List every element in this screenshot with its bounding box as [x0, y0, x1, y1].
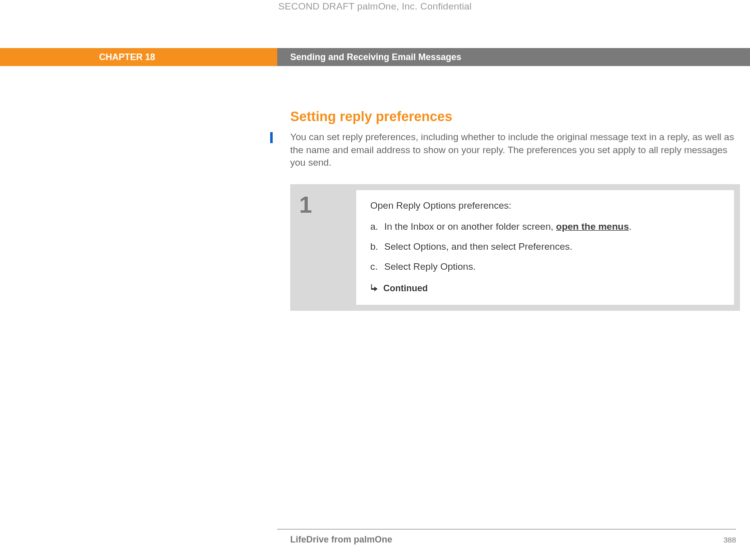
chapter-banner: CHAPTER 18 Sending and Receiving Email M…: [0, 48, 750, 66]
arrow-down-right-icon: [370, 284, 379, 293]
continued-label: Continued: [383, 283, 428, 294]
sub-step-list: a. In the Inbox or on another folder scr…: [370, 221, 720, 272]
list-item: b. Select Options, and then select Prefe…: [370, 241, 720, 252]
list-marker: b.: [370, 241, 384, 252]
section-intro: You can set reply preferences, including…: [290, 131, 740, 169]
list-text-suffix: .: [629, 221, 631, 232]
step-number: 1: [299, 193, 356, 216]
chapter-number: CHAPTER 18: [99, 52, 155, 63]
page-footer: LifeDrive from palmOne 388: [277, 529, 736, 545]
list-text: In the Inbox or on another folder screen…: [384, 221, 631, 232]
list-text: Select Options, and then select Preferen…: [384, 241, 572, 252]
chapter-title: Sending and Receiving Email Messages: [290, 52, 461, 63]
list-marker: c.: [370, 261, 384, 272]
continued-row: Continued: [370, 283, 720, 294]
step-number-column: 1: [296, 190, 356, 305]
page: SECOND DRAFT palmOne, Inc. Confidential …: [0, 0, 750, 560]
footer-page-number: 388: [723, 535, 736, 544]
list-item: a. In the Inbox or on another folder scr…: [370, 221, 720, 232]
list-text: Select Reply Options.: [384, 261, 476, 272]
open-menus-link[interactable]: open the menus: [556, 221, 629, 232]
chapter-banner-left: CHAPTER 18: [0, 48, 277, 66]
step-lead: Open Reply Options preferences:: [370, 200, 720, 211]
list-text-prefix: In the Inbox or on another folder screen…: [384, 221, 556, 232]
section-title: Setting reply preferences: [290, 109, 740, 125]
change-bar-icon: [270, 132, 273, 143]
step-body: Open Reply Options preferences: a. In th…: [356, 190, 734, 305]
draft-header: SECOND DRAFT palmOne, Inc. Confidential: [0, 0, 750, 12]
content-area: Setting reply preferences You can set re…: [290, 109, 740, 311]
footer-product: LifeDrive from palmOne: [277, 534, 392, 545]
list-item: c. Select Reply Options.: [370, 261, 720, 272]
list-marker: a.: [370, 221, 384, 232]
chapter-banner-right: Sending and Receiving Email Messages: [277, 48, 750, 66]
step-box: 1 Open Reply Options preferences: a. In …: [290, 184, 740, 311]
